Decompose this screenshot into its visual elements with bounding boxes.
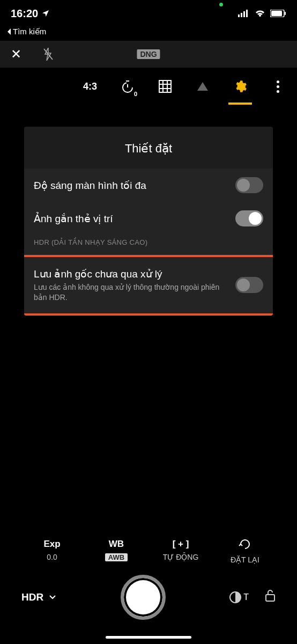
filter-icon: [229, 591, 241, 603]
aspect-ratio-button[interactable]: 4:3: [81, 78, 99, 95]
camera-active-dot: [219, 3, 223, 6]
control-value: AWB: [105, 553, 128, 561]
svg-rect-1: [241, 13, 242, 17]
control-label: [ + ]: [157, 539, 205, 550]
back-label: Tìm kiếm: [13, 27, 46, 36]
home-indicator[interactable]: [106, 636, 191, 639]
exposure-control[interactable]: Exp 0.0: [28, 539, 76, 564]
chevron-left-icon: [6, 28, 12, 35]
settings-panel: Thiết đặt Độ sáng màn hình tối đa Ảnh gắ…: [24, 127, 273, 316]
wifi-icon: [254, 9, 266, 18]
toggle-brightness[interactable]: [235, 177, 263, 193]
whitebalance-control[interactable]: WB AWB: [92, 539, 140, 564]
setting-section-hdr: HDR (DẢI TẦN NHẠY SÁNG CAO): [24, 235, 273, 255]
reset-icon: [239, 539, 251, 550]
grid-button[interactable]: [157, 78, 174, 95]
unlock-icon: [265, 589, 276, 602]
setting-label: Độ sáng màn hình tối đa: [34, 179, 146, 192]
status-bar: 16:20: [0, 0, 297, 27]
toggle-save-raw[interactable]: [235, 277, 263, 293]
status-time: 16:20: [11, 8, 38, 20]
close-icon[interactable]: ✕: [11, 47, 21, 62]
focus-control[interactable]: [ + ] TỰ ĐỘNG: [157, 539, 205, 564]
setting-geotag[interactable]: Ảnh gắn thẻ vị trí: [24, 202, 273, 235]
settings-title: Thiết đặt: [24, 127, 273, 169]
tool-row: 4:3 0: [0, 68, 297, 105]
svg-rect-5: [271, 11, 282, 16]
setting-label: Lưu ảnh gốc chưa qua xử lý: [34, 268, 229, 280]
location-arrow-icon: [41, 9, 50, 18]
lock-button[interactable]: [265, 589, 276, 605]
reset-control[interactable]: ĐẶT LẠI: [221, 539, 269, 564]
dng-badge[interactable]: DNG: [137, 49, 160, 59]
mode-label: HDR: [21, 591, 43, 603]
triangle-icon: [196, 81, 209, 92]
flash-off-icon[interactable]: [43, 48, 54, 61]
back-to-search[interactable]: Tìm kiếm: [0, 27, 297, 41]
setting-label: Ảnh gắn thẻ vị trí: [34, 213, 113, 225]
more-dots-icon: [277, 80, 279, 93]
setting-sublabel: Lưu các ảnh không qua xử lý thông thường…: [34, 282, 229, 303]
more-button[interactable]: [269, 78, 286, 95]
svg-rect-6: [285, 12, 286, 15]
setting-save-raw[interactable]: Lưu ảnh gốc chưa qua xử lý Lưu các ảnh k…: [24, 255, 273, 316]
svg-rect-9: [159, 80, 171, 92]
control-value: ĐẶT LẠI: [221, 555, 269, 564]
toggle-geotag[interactable]: [235, 210, 263, 226]
timer-button[interactable]: 0: [119, 78, 136, 95]
control-value: TỰ ĐỘNG: [157, 553, 205, 561]
svg-rect-15: [266, 595, 274, 601]
control-label: WB: [92, 539, 140, 550]
control-label: Exp: [28, 539, 76, 550]
timer-value: 0: [134, 91, 137, 97]
chevron-down-icon: [49, 595, 56, 600]
level-button[interactable]: [194, 78, 211, 95]
camera-top-bar: ✕ DNG: [0, 41, 297, 68]
control-value: 0.0: [28, 553, 76, 561]
settings-button[interactable]: [232, 78, 249, 95]
battery-icon: [270, 10, 286, 17]
gear-icon: [233, 79, 247, 93]
timer-icon: [121, 79, 135, 93]
grid-icon: [159, 80, 172, 93]
filter-button[interactable]: T: [229, 591, 249, 603]
mode-selector[interactable]: HDR: [21, 591, 56, 603]
cellular-icon: [238, 10, 250, 17]
svg-rect-3: [246, 10, 248, 17]
svg-rect-0: [238, 14, 240, 17]
svg-rect-2: [243, 11, 245, 17]
bottom-controls: Exp 0.0 WB AWB [ + ] TỰ ĐỘNG ĐẶT LẠI HDR…: [0, 533, 297, 644]
filter-label: T: [243, 592, 249, 602]
shutter-button[interactable]: [121, 575, 166, 620]
setting-brightness[interactable]: Độ sáng màn hình tối đa: [24, 169, 273, 202]
